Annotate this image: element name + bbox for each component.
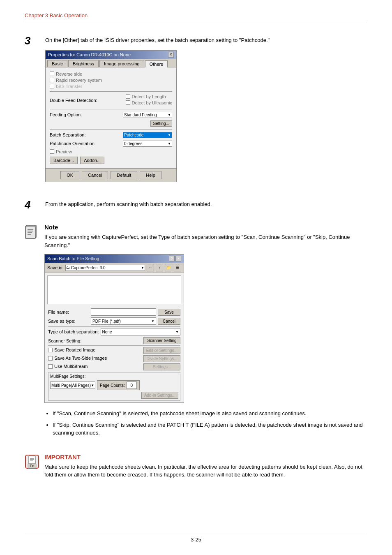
tab-brightness[interactable]: Brightness xyxy=(68,60,99,67)
file-area xyxy=(47,275,181,304)
pages-input[interactable]: 0 xyxy=(127,382,137,389)
checkbox-icon[interactable] xyxy=(50,72,54,76)
double-feed-options: Detect by Length Detect by Ultrasonic xyxy=(126,94,172,106)
checkbox-icon[interactable] xyxy=(48,356,53,361)
checkbox-icon[interactable] xyxy=(50,84,54,88)
scanner-setting-row: Scanner Setting: Scanner Setting xyxy=(48,337,180,344)
save-rotated-label: Save Rotated Image xyxy=(54,347,95,352)
twoside-btn[interactable]: Divide Settings... xyxy=(143,355,180,362)
checkbox-label: Rapid recovery system xyxy=(56,78,102,83)
use-multi-label: Use MultiStream xyxy=(54,364,88,369)
setting-btn[interactable]: Setting... xyxy=(150,120,172,127)
scan-close-btn[interactable]: × xyxy=(175,256,181,261)
tab-image-processing[interactable]: Image processing xyxy=(99,60,144,67)
scanner-setting-btn[interactable]: Scanner Setting xyxy=(143,337,180,344)
checkbox-icon[interactable] xyxy=(126,100,130,105)
save-rotated-checkbox: Save Rotated Image xyxy=(48,347,95,352)
chapter-label: Chapter 3 xyxy=(25,12,48,18)
note-icon xyxy=(25,224,39,239)
ok-btn[interactable]: OK xyxy=(60,171,79,179)
multipage-select[interactable]: Multi Page(All Pages) ▼ xyxy=(50,382,95,389)
barcode-btn[interactable]: Barcode... xyxy=(50,157,78,164)
important-title: IMPORTANT xyxy=(44,453,367,460)
top-checkboxes: Reverse side Rapid recovery system ISIS … xyxy=(50,72,172,89)
cancel-btn[interactable]: Cancel xyxy=(82,171,108,179)
dialog-titlebar: Properties for Canon DR-4010C on None × xyxy=(46,51,176,59)
scan-help-btn[interactable]: ? xyxy=(169,256,175,261)
batch-sep-type-select[interactable]: None ▼ xyxy=(101,328,180,335)
batch-sep-row: Batch Separation: Patchcode ▼ xyxy=(50,132,172,138)
filename-label: File name: xyxy=(48,310,89,314)
checkbox-icon[interactable] xyxy=(48,364,53,369)
export-btn[interactable]: Page Counts: 0 xyxy=(97,380,140,390)
feeding-select[interactable]: Standard Feeding ▼ xyxy=(123,112,172,118)
toolbar-btn-menu[interactable]: ☰ xyxy=(174,264,181,271)
note-content: Note If you are scanning with CapturePer… xyxy=(44,224,367,445)
saveas-select[interactable]: PDF File (*.pdf) ▼ xyxy=(91,317,156,325)
save-twoside-checkbox: Save As Two-Side Images xyxy=(48,356,107,361)
toolbar-btn-new[interactable]: 📁 xyxy=(165,264,172,271)
addins-btn[interactable]: Add-in Settings... xyxy=(141,392,178,399)
svg-rect-1 xyxy=(25,226,35,238)
detect-by-ultrasonic: Detect by Ultrasonic xyxy=(126,100,172,105)
isis-dialog: Properties for Canon DR-4010C on None × … xyxy=(45,50,177,182)
batch-sep-select[interactable]: Patchcode ▼ xyxy=(123,132,172,138)
step-3-block: 3 On the [Other] tab of the ISIS driver … xyxy=(25,35,367,189)
checkbox-reverse-side: Reverse side xyxy=(50,72,172,76)
step-4-number: 4 xyxy=(25,199,37,214)
dialog-bottom-buttons: OK Cancel Default Help xyxy=(46,168,176,182)
step-3-text: On the [Other] tab of the ISIS driver pr… xyxy=(45,36,367,44)
important-svg-icon: Fn xyxy=(25,454,39,469)
step-4-block: 4 From the application, perform scanning… xyxy=(25,199,367,214)
savein-select[interactable]: 🗂 CapturePerfect 3.0 ▼ xyxy=(65,265,145,271)
important-block: Fn IMPORTANT Make sure to keep the patch… xyxy=(25,453,367,479)
checkbox-icon[interactable] xyxy=(50,149,54,154)
rotated-btn[interactable]: Edit or Settings... xyxy=(143,347,180,354)
scan-batch-dialog: Scan Batch to File Setting ? × Save in: … xyxy=(44,254,184,403)
dialog-body: Reverse side Rapid recovery system ISIS … xyxy=(46,67,176,168)
preview-checkbox: Preview xyxy=(50,149,172,154)
save-twoside-row: Save As Two-Side Images Divide Settings.… xyxy=(48,355,180,362)
checkbox-icon[interactable] xyxy=(50,78,54,82)
note-svg-icon xyxy=(25,224,39,239)
tab-others[interactable]: Others xyxy=(145,60,168,67)
feeding-label: Feeding Option: xyxy=(50,112,95,117)
default-btn[interactable]: Default xyxy=(111,171,137,179)
svg-rect-7 xyxy=(29,456,35,464)
scan-dialog-titlebar: Scan Batch to File Setting ? × xyxy=(45,254,184,263)
double-feed-label: Double Feed Detection: xyxy=(50,98,97,103)
note-title: Note xyxy=(44,224,367,231)
saveas-label: Save as type: xyxy=(48,319,89,324)
multipage-label: MultiPage Settings: xyxy=(50,374,178,379)
checkbox-label: Detect by Length xyxy=(132,94,166,99)
multi-btn[interactable]: Settings... xyxy=(143,363,180,370)
double-feed-section: Double Feed Detection: Detect by Length … xyxy=(50,94,172,106)
save-twoside-label: Save As Two-Side Images xyxy=(54,356,107,361)
page-number: 3-25 xyxy=(191,536,201,543)
saveas-row: Save as type: PDF File (*.pdf) ▼ Cancel xyxy=(48,317,180,325)
scan-dialog-title: Scan Batch to File Setting xyxy=(47,256,99,261)
tab-basic[interactable]: Basic xyxy=(47,60,67,67)
checkbox-icon[interactable] xyxy=(126,94,130,99)
cancel-btn[interactable]: Cancel xyxy=(158,318,180,325)
save-btn[interactable]: Save xyxy=(158,309,180,316)
step-3-number: 3 xyxy=(25,35,37,189)
toolbar-btn-back[interactable]: ← xyxy=(147,264,154,271)
detect-by-length: Detect by Length xyxy=(126,94,172,99)
filename-input[interactable] xyxy=(91,308,156,316)
multipage-row: Multi Page(All Pages) ▼ Page Counts: 0 xyxy=(50,380,178,390)
dialog-title: Properties for Canon DR-4010C on None xyxy=(48,52,131,57)
breadcrumb: Chapter 3 Basic Operation xyxy=(25,12,367,22)
step-4-content: From the application, perform scanning w… xyxy=(45,199,367,214)
patchcode-select[interactable]: 0 degrees ▼ xyxy=(123,141,172,147)
checkbox-icon[interactable] xyxy=(48,348,53,352)
page-title: Basic Operation xyxy=(50,12,88,18)
dialog-close-btn[interactable]: × xyxy=(168,52,174,58)
toolbar-btn-up[interactable]: ↑ xyxy=(156,264,163,271)
help-btn[interactable]: Help xyxy=(140,171,161,179)
step-4-text: From the application, perform scanning w… xyxy=(45,200,367,208)
checkbox-label: ISIS Transfer xyxy=(56,84,82,89)
addon-btn[interactable]: Addon... xyxy=(80,157,104,164)
filename-row: File name: Save xyxy=(48,308,180,316)
step-3-content: On the [Other] tab of the ISIS driver pr… xyxy=(45,35,367,189)
